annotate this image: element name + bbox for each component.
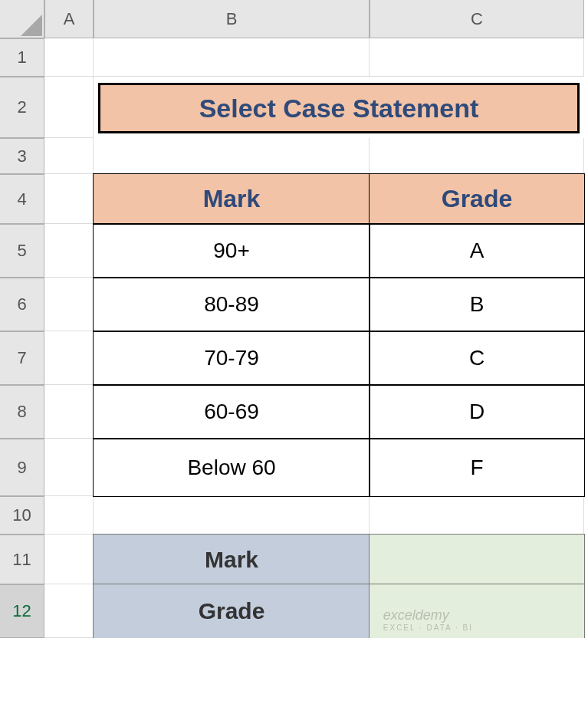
row-header-1[interactable]: 1 — [0, 38, 44, 77]
row-header-12[interactable]: 12 — [0, 584, 44, 638]
cell-A6[interactable] — [44, 278, 94, 331]
grade-value[interactable] — [369, 584, 585, 638]
cell-A12[interactable] — [44, 584, 94, 638]
row-header-10[interactable]: 10 — [0, 496, 44, 535]
table-row[interactable]: B — [369, 277, 585, 332]
row-header-8[interactable]: 8 — [0, 385, 44, 439]
cell-A3[interactable] — [44, 138, 94, 174]
table-row[interactable]: F — [369, 438, 585, 497]
mark-value[interactable] — [369, 534, 585, 585]
col-header-A[interactable]: A — [44, 0, 94, 38]
row-header-6[interactable]: 6 — [0, 278, 44, 331]
cell-C1[interactable] — [370, 38, 584, 77]
cell-A11[interactable] — [44, 535, 94, 584]
table-row[interactable]: A — [369, 223, 585, 278]
row-header-2[interactable]: 2 — [0, 77, 44, 138]
col-header-B[interactable]: B — [94, 0, 370, 38]
cell-C10[interactable] — [370, 496, 584, 535]
table-row[interactable]: 70-79 — [93, 331, 370, 386]
row-header-3[interactable]: 3 — [0, 138, 44, 174]
table-row[interactable]: C — [369, 331, 585, 386]
cell-A5[interactable] — [44, 224, 94, 278]
cell-B1[interactable] — [94, 38, 370, 77]
cell-A4[interactable] — [44, 174, 94, 224]
svg-marker-0 — [21, 15, 42, 36]
spreadsheet-grid: A B C 1 2 3 4 5 6 7 8 9 10 11 12 Select … — [0, 0, 588, 638]
cell-A9[interactable] — [44, 439, 94, 496]
grade-table: Mark Grade 90+ A 80-89 B 70-79 C 60-69 D… — [94, 174, 584, 496]
mark-label[interactable]: Mark — [93, 534, 370, 585]
row-header-4[interactable]: 4 — [0, 174, 44, 224]
table-row[interactable]: 90+ — [93, 223, 370, 278]
cell-B10[interactable] — [94, 496, 370, 535]
row-header-9[interactable]: 9 — [0, 439, 44, 496]
cell-A10[interactable] — [44, 496, 94, 535]
col-header-C[interactable]: C — [370, 0, 584, 38]
cell-B3[interactable] — [94, 138, 370, 174]
table-row[interactable]: D — [369, 384, 585, 439]
grade-label[interactable]: Grade — [93, 584, 370, 638]
cell-A2[interactable] — [44, 77, 94, 138]
row-header-7[interactable]: 7 — [0, 331, 44, 385]
title-merged-cell[interactable]: Select Case Statement — [94, 77, 584, 138]
cell-C3[interactable] — [370, 138, 584, 174]
table-header-mark[interactable]: Mark — [93, 173, 370, 225]
row-header-5[interactable]: 5 — [0, 224, 44, 278]
cell-A8[interactable] — [44, 385, 94, 439]
cell-A7[interactable] — [44, 331, 94, 385]
input-table: Mark Grade — [94, 535, 584, 638]
cell-A1[interactable] — [44, 38, 94, 77]
table-row[interactable]: 80-89 — [93, 277, 370, 332]
select-all-corner[interactable] — [0, 0, 44, 38]
table-header-grade[interactable]: Grade — [369, 173, 585, 225]
table-row[interactable]: 60-69 — [93, 384, 370, 439]
table-row[interactable]: Below 60 — [93, 438, 370, 497]
row-header-11[interactable]: 11 — [0, 535, 44, 584]
select-all-triangle-icon — [21, 15, 42, 36]
page-title: Select Case Statement — [98, 83, 580, 133]
